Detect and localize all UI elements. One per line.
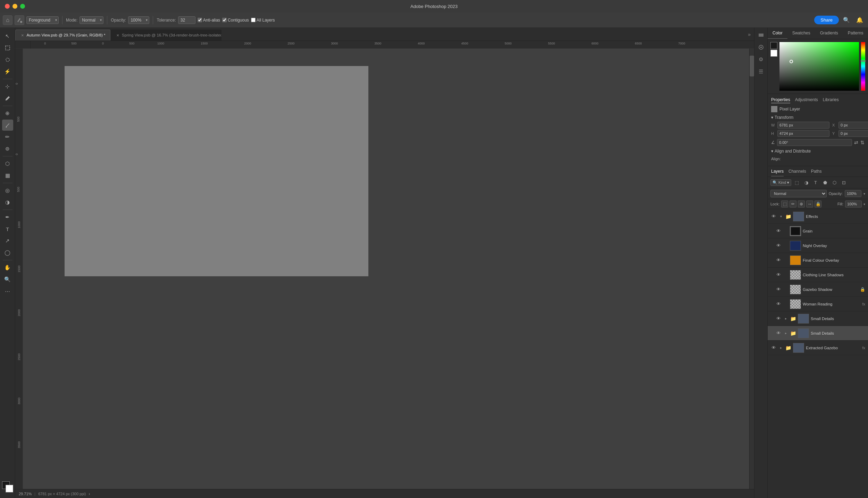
home-button[interactable]: ⌂ [3,15,12,25]
width-input[interactable] [777,122,829,129]
mode-select[interactable]: Normal [80,16,103,24]
fill-dropdown-icon[interactable]: ▾ [863,202,865,206]
opacity-select[interactable]: 100% [128,16,149,24]
gradients-tab[interactable]: Gradients [815,28,843,39]
foreground-select[interactable]: Foreground [26,16,59,24]
background-color-swatch[interactable] [6,485,13,492]
layer-arrow-small1[interactable]: ▸ [783,316,788,321]
tab-autumn-view[interactable]: × Autumn View.psb @ 29.7% (Grain, RGB/8)… [15,30,110,41]
flip-v-icon[interactable]: ⇅ [860,140,865,145]
properties-tab[interactable]: Properties [771,97,790,103]
brush-tool-button[interactable] [2,120,13,131]
kind-dropdown[interactable]: ▾ [787,180,789,185]
transform-section-title[interactable]: ▾ Transform [771,115,865,120]
more-tools-button[interactable]: ⋯ [2,286,13,297]
layer-vis-clothing[interactable]: 👁 [775,272,782,278]
layer-small-details-1[interactable]: 👁 ▸ 📁 Small Details [768,311,868,326]
opacity-dropdown-wrapper[interactable]: 100% [128,16,149,24]
libraries-tab[interactable]: Libraries [823,97,839,103]
all-layers-label[interactable]: All Layers [251,18,275,23]
layer-icon-adjust[interactable]: ◑ [802,179,810,186]
dodge-button[interactable]: ◑ [2,197,13,208]
v-scroll-thumb[interactable] [750,56,754,76]
search-icon[interactable]: 🔍 [841,17,852,23]
swatches-tab[interactable]: Swatches [787,28,815,39]
layer-icon-type[interactable]: T [812,179,819,186]
opacity-input[interactable] [845,190,861,197]
layer-icon-filter[interactable]: ⊡ [840,179,848,186]
canvas-viewport[interactable] [23,49,749,489]
tabs-collapse-button[interactable]: » [744,32,754,37]
select-tool-button[interactable] [2,42,13,54]
share-button[interactable]: Share [814,16,839,24]
antialias-checkbox[interactable] [198,18,202,22]
lock-pixel-btn[interactable]: ⬚ [781,201,788,207]
hue-slider[interactable] [861,42,865,91]
lock-artboard-btn[interactable]: ⊕ [798,201,805,207]
eyedropper-button[interactable] [2,93,13,104]
fg-bg-swatches[interactable] [2,481,13,492]
path-select-button[interactable]: ↗ [2,235,13,246]
antialias-label[interactable]: Anti-alias [198,18,220,23]
minimize-button[interactable] [12,4,17,9]
height-input[interactable] [777,130,829,137]
move-tool-button[interactable]: ↖ [2,31,13,42]
contiguous-label[interactable]: Contiguous [222,18,249,23]
lock-move-btn[interactable]: ↔ [806,201,813,207]
y-input[interactable] [838,130,868,137]
eraser-button[interactable]: ⬡ [2,158,13,169]
contiguous-checkbox[interactable] [222,18,227,22]
clone-button[interactable]: ⊚ [2,143,13,154]
layer-woman-reading[interactable]: 👁 ▸ Woman Reading fx [768,297,868,311]
vertical-scrollbar[interactable] [749,49,754,489]
blur-button[interactable]: ◎ [2,185,13,196]
flip-h-icon[interactable]: ⇄ [854,140,858,145]
lock-all-btn[interactable]: 🔒 [815,201,821,207]
layer-effects[interactable]: 👁 ▾ 📁 Effects [768,209,868,224]
layer-vis-night[interactable]: 👁 [775,243,782,249]
tolerance-input[interactable]: 32 [178,16,195,24]
bg-color-swatch[interactable] [770,50,777,57]
angle-input[interactable] [777,139,852,146]
status-arrow[interactable]: › [89,492,90,496]
blend-mode-select[interactable]: Normal [770,190,827,197]
mode-dropdown-wrapper[interactable]: Normal [80,16,103,24]
tab-close-autumn[interactable]: × [20,33,25,38]
tab-spring-view[interactable]: × Spring View.psb @ 16.7% (3d-render-bru… [110,30,222,41]
layers-tab[interactable]: Layers [771,169,784,177]
channels-tab[interactable]: Channels [788,169,806,177]
opacity-dropdown-icon[interactable]: ▾ [863,192,865,196]
type-tool-button[interactable]: T [2,223,13,235]
layer-arrow-extracted[interactable]: ▸ [778,345,783,350]
layer-vis-final[interactable]: 👁 [775,257,782,263]
fill-input[interactable] [845,201,862,207]
layer-small-details-2[interactable]: 👁 ▸ 📁 Small Details [768,326,868,341]
lasso-tool-button[interactable] [2,54,13,65]
adjustments-panel-icon[interactable]: ⚙ [756,54,766,65]
color-gradient-box[interactable] [779,42,859,91]
paths-tab[interactable]: Paths [811,169,822,177]
layer-icon-shape[interactable]: ⬟ [821,179,829,186]
layer-arrow-small2[interactable]: ▸ [783,331,788,336]
layer-vis-effects[interactable]: 👁 [770,213,777,220]
foreground-dropdown-wrapper[interactable]: Foreground [26,16,59,24]
layers-panel-icon[interactable] [756,30,766,40]
shape-tool-button[interactable]: ◯ [2,247,13,258]
zoom-tool-button[interactable]: 🔍 [2,274,13,285]
color-panel-icon[interactable] [756,42,766,52]
layer-vis-woman[interactable]: 👁 [775,301,782,307]
adjustments-tab[interactable]: Adjustments [795,97,818,103]
x-input[interactable] [838,122,868,129]
bucket-tool-icon[interactable] [15,15,24,25]
healing-button[interactable]: ⊕ [2,108,13,119]
layer-vis-gazebo[interactable]: 👁 [775,286,782,293]
color-tab[interactable]: Color [768,28,787,39]
pencil-tool-button[interactable]: ✏ [2,131,13,142]
align-section-title[interactable]: ▾ Align and Distribute [771,149,865,154]
notification-icon[interactable]: 🔔 [854,17,865,23]
properties-panel-icon[interactable]: ☰ [756,66,766,77]
layer-icon-smart[interactable]: ⬡ [831,179,838,186]
layer-extracted-gazebo[interactable]: 👁 ▸ 📁 Extracted Gazebo fx [768,341,868,355]
hand-tool-button[interactable]: ✋ [2,262,13,273]
layer-vis-grain[interactable]: 👁 [775,228,782,234]
